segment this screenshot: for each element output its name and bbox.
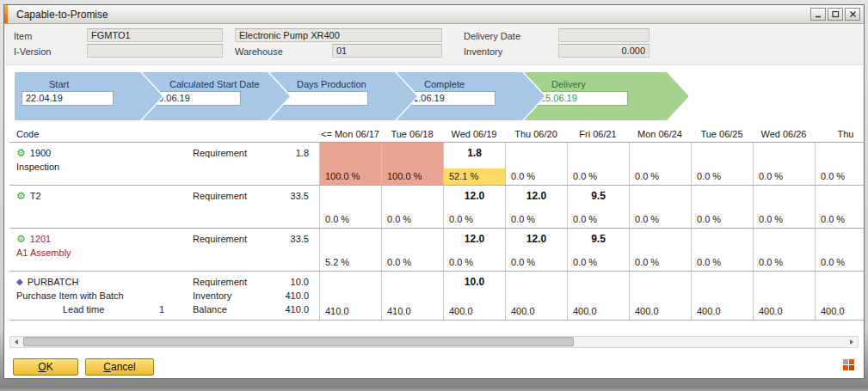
capacity-table: Code<= Mon 06/17Tue 06/18Wed 06/19Thu 06… — [9, 127, 864, 321]
capacity-cell[interactable]: 400.0 — [691, 272, 753, 320]
capacity-cell[interactable]: 100.0 % — [319, 143, 381, 185]
cell-load: 0.0 % — [630, 168, 691, 185]
table-row[interactable]: ⚙T2Requirement33.50.0 %0.0 %12.00.0 %12.… — [9, 186, 864, 229]
delivery-date-label: Delivery Date — [464, 31, 520, 41]
cell-load: 5.2 % — [320, 254, 381, 271]
capacity-cell[interactable]: 400.0 — [567, 272, 629, 320]
row-measure-label: Inventory — [186, 289, 268, 302]
flow-step-value[interactable]: 19.06.19 — [149, 91, 241, 106]
cell-quantity: 9.5 — [568, 229, 629, 254]
cell-load: 0.0 % — [630, 254, 691, 271]
capacity-cell[interactable]: 1.852.1 % — [443, 143, 505, 185]
title-accent-bar — [4, 5, 8, 23]
minimize-button[interactable] — [810, 8, 826, 21]
capacity-cell[interactable]: 0.0 % — [629, 229, 691, 271]
capacity-cell[interactable]: 0.0 % — [381, 186, 443, 228]
capacity-cell[interactable]: 400.0 — [815, 272, 864, 320]
scrollbar-thumb[interactable] — [23, 337, 574, 346]
capacity-cell[interactable]: 400.0 — [753, 272, 815, 320]
cell-quantity — [630, 186, 691, 211]
inventory-field[interactable]: 0.000 — [558, 44, 649, 58]
capacity-cell[interactable]: 0.0 % — [753, 229, 815, 271]
capacity-cell[interactable]: 9.50.0 % — [567, 229, 629, 271]
capacity-cell[interactable]: 0.0 % — [753, 186, 815, 228]
cell-load: 0.0 % — [568, 254, 629, 271]
item-name-field[interactable]: Electronic Pump XR400 — [235, 28, 442, 42]
cell-quantity — [320, 229, 381, 254]
warehouse-field[interactable]: 01 — [332, 44, 442, 58]
cell-load: 0.0 % — [692, 211, 753, 228]
cell-load: 410.0 — [382, 303, 443, 320]
cell-load: 0.0 % — [692, 254, 753, 271]
cell-quantity — [754, 229, 815, 254]
window-controls — [810, 8, 860, 21]
capacity-cell[interactable]: 0.0 % — [691, 229, 753, 271]
table-row[interactable]: ⚙1201A1 AssemblyRequirement33.55.2 %0.0 … — [9, 229, 864, 272]
item-code-field[interactable]: FGMTO1 — [87, 28, 223, 42]
capacity-cell[interactable]: 0.0 % — [319, 186, 381, 228]
flow-step-label: Complete — [424, 79, 545, 89]
maximize-button[interactable] — [828, 8, 843, 21]
flow-step-value[interactable]: 2 — [276, 91, 368, 106]
capacity-cell[interactable]: 400.0 — [629, 272, 691, 320]
capacity-cell[interactable]: 0.0 % — [567, 143, 629, 185]
capacity-cell[interactable]: 10.0400.0 — [443, 272, 505, 320]
capacity-cell[interactable]: 0.0 % — [815, 229, 864, 271]
capacity-cell[interactable]: 100.0 % — [381, 143, 443, 185]
capacity-cell[interactable]: 5.2 % — [319, 229, 381, 271]
cell-load: 400.0 — [568, 303, 629, 320]
capacity-cell[interactable]: 12.00.0 % — [443, 186, 505, 228]
capacity-cell[interactable]: 400.0 — [505, 272, 567, 320]
scroll-right-button[interactable] — [846, 337, 858, 347]
title-bar[interactable]: Capable-to-Promise — [4, 5, 864, 24]
flow-step-value[interactable]: 21.06.19 — [403, 91, 496, 106]
cancel-button[interactable]: Cancel — [85, 358, 154, 376]
purchase-item-icon: ◆ — [16, 278, 23, 286]
cell-quantity: 9.5 — [568, 186, 629, 211]
capacity-cell[interactable]: 0.0 % — [815, 186, 864, 228]
form-settings-icon[interactable] — [843, 359, 855, 371]
capacity-cell[interactable]: 0.0 % — [691, 143, 753, 185]
flow-step-label: Calculated Start Date — [169, 79, 290, 89]
item-code: T2 — [30, 189, 41, 203]
flow-step-value[interactable]: 25.06.19 — [536, 91, 628, 106]
capacity-cell[interactable]: 12.00.0 % — [443, 229, 505, 271]
capacity-cell[interactable]: 410.0 — [319, 272, 381, 320]
cell-quantity: 12.0 — [506, 186, 567, 211]
capacity-cell[interactable]: 12.00.0 % — [505, 229, 567, 271]
close-button[interactable] — [845, 8, 860, 21]
capacity-cell[interactable]: 0.0 % — [381, 229, 443, 271]
cell-load: 0.0 % — [816, 211, 864, 228]
cell-quantity — [382, 186, 443, 211]
item-label: Item — [14, 31, 32, 41]
capacity-cell[interactable]: 0.0 % — [753, 143, 815, 185]
cell-load: 0.0 % — [444, 254, 505, 271]
scroll-left-button[interactable] — [10, 337, 22, 347]
ok-button-label: OK — [38, 361, 52, 373]
form-settings-icon-square — [843, 359, 848, 364]
cell-load: 400.0 — [816, 303, 864, 320]
capacity-cell[interactable]: 9.50.0 % — [567, 186, 629, 228]
code-column-header: Code — [16, 129, 39, 139]
delivery-date-field[interactable] — [558, 28, 649, 42]
horizontal-scrollbar[interactable] — [9, 336, 859, 348]
cell-load: 0.0 % — [506, 254, 567, 271]
table-row[interactable]: ⚙1900InspectionRequirement1.8100.0 %100.… — [9, 143, 864, 186]
flow-step-value[interactable]: 22.04.19 — [22, 91, 114, 106]
capacity-cell[interactable]: 0.0 % — [629, 186, 691, 228]
capacity-cell[interactable]: 0.0 % — [505, 143, 567, 185]
minimize-icon — [815, 8, 822, 21]
ok-button[interactable]: OK — [13, 358, 78, 376]
cell-load: 0.0 % — [816, 254, 864, 271]
scroll-right-icon — [850, 339, 853, 345]
iversion-field[interactable] — [87, 44, 223, 58]
capacity-cell[interactable]: 410.0 — [381, 272, 443, 320]
capacity-cell[interactable]: 0.0 % — [691, 186, 753, 228]
cell-quantity — [506, 143, 567, 168]
table-row[interactable]: ◆PURBATCHPurchase Item with BatchLead ti… — [9, 272, 864, 321]
capacity-cell[interactable]: 12.00.0 % — [505, 186, 567, 228]
cell-quantity — [382, 229, 443, 254]
capacity-cell[interactable]: 0.0 % — [815, 143, 864, 185]
capacity-cell[interactable]: 0.0 % — [629, 143, 691, 185]
iversion-label: I-Version — [14, 46, 51, 57]
